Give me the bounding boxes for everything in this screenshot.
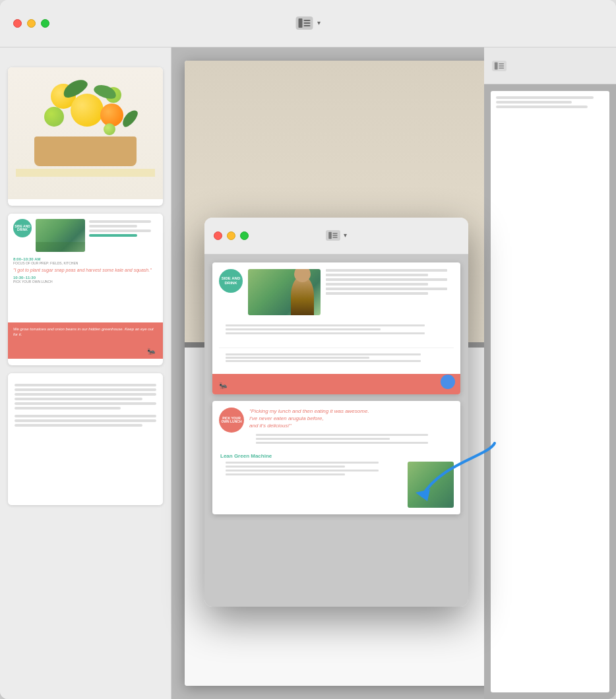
page-thumbnail-1[interactable] [8,67,163,206]
float-farm-photo [248,269,321,315]
float-body: SIDE AND DRINK [204,255,468,607]
thumb-page3-content [8,373,163,505]
float-p2-lean-label: Lean Green Machine [219,453,454,462]
page-num-1 [8,199,163,206]
main-title-bar: ▾ [0,0,616,47]
thumb-text-lines [89,219,158,252]
ws-sidebar-icon [492,61,507,71]
citrus-illustration [8,74,163,166]
float-maximize-button[interactable] [240,231,249,240]
float-close-button[interactable] [214,231,222,240]
float-minimize-button[interactable] [227,231,235,240]
traffic-lights [13,19,49,28]
maximize-button[interactable] [41,19,49,28]
thumb-page1-content [8,67,163,199]
float-sidebar-toggle[interactable] [326,230,340,241]
sidebar: SIDE AND DRINK 8:00–10:30 AM FOCUS OF OU… [0,47,171,699]
float-intro-text [326,269,454,297]
float-lunch-section [219,348,454,367]
float-title-bar: ▾ [204,218,468,255]
ws-bg-body [484,84,616,699]
chevron-down-icon: ▾ [317,19,321,26]
floating-window[interactable]: ▾ SIDE AND DRINK [204,218,468,607]
float-header-row: SIDE AND DRINK [219,269,454,315]
title-bar-center: ▾ [296,16,321,31]
title-controls: ▾ [296,16,321,30]
float-page-badge [441,375,455,389]
thumb-ant-icon: 🐜 [147,348,155,355]
minimize-button[interactable] [27,19,36,28]
float-doc-page-1: SIDE AND DRINK [212,262,460,394]
close-button[interactable] [13,19,22,28]
thumb-caption [83,177,88,182]
float-green-badge: SIDE AND DRINK [219,269,243,293]
ws-bg-page [491,91,609,692]
float-lines-1 [219,324,454,334]
page-thumbnail-3[interactable] [8,373,163,505]
thumb-page2-content: SIDE AND DRINK 8:00–10:30 AM FOCUS OF OU… [8,214,163,359]
float-p2-quote: "Picking my lunch and then eating it was… [249,408,454,430]
float-doc-page-2: PICK YOUR OWN LUNCH "Picking my lunch an… [212,401,460,514]
sidebar-toggle-button[interactable] [296,16,313,30]
float-quote [219,338,454,344]
float-p2-pick-badge: PICK YOUR OWN LUNCH [219,408,244,433]
float-chevron-icon: ▾ [344,231,347,239]
ws-bg-preview [484,47,616,699]
float-ant-icon: 🐜 [219,382,454,389]
thumb-red-footer: We grow tomatoes and onion beans in our … [8,322,163,359]
float-p2-photo [408,462,454,508]
float-traffic-lights [214,231,249,240]
thumb-green-badge: SIDE AND DRINK [13,219,32,237]
thumb-title-block [16,169,156,177]
float-red-banner: 🐜 [212,374,460,394]
page-thumbnail-2[interactable]: SIDE AND DRINK 8:00–10:30 AM FOCUS OF OU… [8,214,163,365]
thumb-farm-image [36,219,85,252]
ws-bg-titlebar [484,47,616,84]
page-num-2 [8,359,163,365]
thumb-quote: "I got to plant sugar snap peas and harv… [8,267,163,273]
float-title-center: ▾ [326,230,347,242]
